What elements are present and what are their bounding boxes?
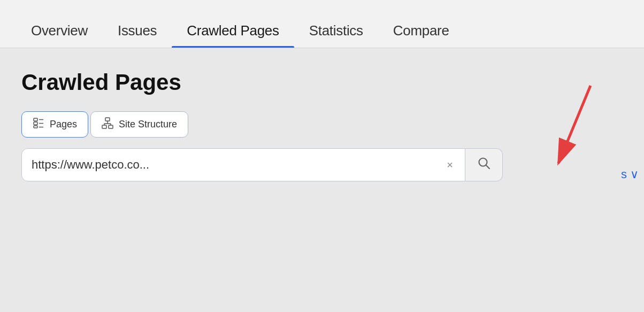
svg-rect-1 [34, 122, 37, 125]
clear-search-button[interactable]: × [444, 157, 455, 173]
site-structure-icon [102, 117, 113, 132]
pages-toggle-btn[interactable]: Pages [21, 111, 88, 138]
svg-rect-7 [102, 125, 106, 128]
tab-bar: Overview Issues Crawled Pages Statistics… [0, 0, 644, 48]
svg-rect-0 [34, 118, 37, 121]
tab-crawled-pages[interactable]: Crawled Pages [172, 14, 294, 48]
site-structure-toggle-btn[interactable]: Site Structure [90, 111, 188, 138]
search-button[interactable] [465, 148, 503, 181]
svg-rect-2 [34, 126, 37, 128]
edge-partial-text: s ∨ [621, 168, 644, 181]
partial-label: s [621, 168, 627, 181]
view-toggle: Pages Site Structure [21, 111, 623, 138]
svg-rect-6 [105, 118, 110, 121]
search-input-value: https://www.petco.co... [32, 158, 444, 172]
page-title: Crawled Pages [21, 70, 623, 95]
search-row: https://www.petco.co... × [21, 148, 503, 181]
tab-statistics[interactable]: Statistics [294, 14, 378, 48]
search-icon [477, 156, 491, 173]
tab-compare[interactable]: Compare [378, 14, 464, 48]
pages-toggle-label: Pages [50, 119, 77, 130]
main-content: Crawled Pages Pages [0, 48, 644, 197]
site-structure-toggle-label: Site Structure [119, 119, 177, 130]
search-input-wrapper: https://www.petco.co... × [21, 148, 465, 181]
svg-line-14 [486, 165, 489, 169]
svg-rect-8 [109, 125, 113, 128]
pages-icon [33, 117, 44, 132]
chevron-down-icon: ∨ [630, 168, 639, 181]
tab-overview[interactable]: Overview [16, 14, 103, 48]
tab-issues[interactable]: Issues [103, 14, 172, 48]
